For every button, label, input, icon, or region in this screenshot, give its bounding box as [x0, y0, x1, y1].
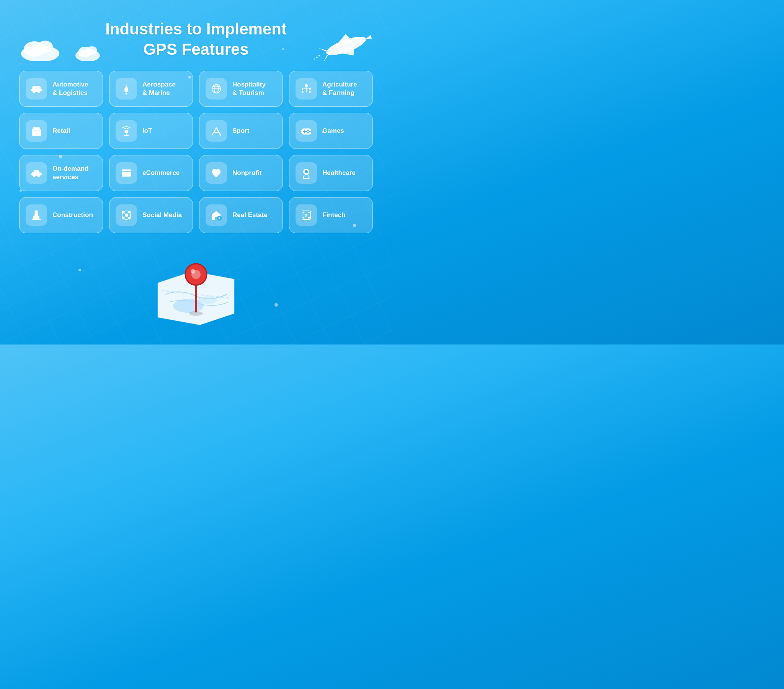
svg-line-48: [212, 128, 216, 135]
healthcare-icon: [295, 162, 317, 184]
svg-point-60: [33, 175, 35, 177]
socialmedia-icon: [115, 204, 137, 226]
svg-point-55: [309, 131, 311, 132]
title-line1: Industries to Implement: [105, 20, 287, 38]
svg-point-82: [128, 217, 130, 219]
svg-point-71: [305, 170, 308, 173]
svg-point-38: [309, 88, 311, 90]
iot-label: IoT: [142, 127, 152, 135]
svg-point-80: [128, 211, 130, 213]
svg-point-107: [191, 269, 195, 274]
construction-label: Construction: [53, 211, 93, 219]
card-construction[interactable]: Construction: [19, 197, 103, 233]
svg-rect-21: [33, 86, 40, 88]
agriculture-label: Agriculture & Farming: [322, 81, 357, 97]
healthcare-label: Healthcare: [322, 169, 356, 177]
card-iot[interactable]: IoT: [109, 113, 193, 149]
card-fintech[interactable]: $Fintech: [289, 197, 373, 233]
svg-point-40: [309, 91, 311, 93]
card-hospitality[interactable]: Hospitality & Tourism: [199, 71, 283, 107]
svg-point-66: [124, 170, 125, 171]
svg-point-73: [35, 210, 38, 214]
card-automotive[interactable]: Automotive & Logistics: [19, 71, 103, 107]
svg-line-85: [124, 213, 125, 214]
nonprofit-icon: [206, 162, 227, 184]
svg-point-83: [122, 217, 124, 219]
svg-rect-95: [303, 217, 304, 219]
card-aerospace[interactable]: Aerospace & Marine: [109, 71, 193, 107]
bottom-section: [0, 245, 392, 333]
svg-rect-42: [35, 132, 38, 136]
svg-point-54: [307, 129, 309, 131]
card-sport[interactable]: Sport: [199, 113, 283, 149]
svg-text:$: $: [218, 217, 220, 220]
games-icon: [295, 120, 317, 142]
realestate-label: Real Estate: [232, 211, 268, 219]
games-label: Games: [322, 127, 344, 135]
svg-line-84: [127, 213, 128, 214]
svg-rect-93: [303, 212, 304, 213]
aerospace-icon: [115, 78, 137, 99]
svg-point-61: [37, 175, 40, 177]
svg-point-57: [305, 131, 307, 132]
realestate-icon: $: [206, 204, 227, 226]
fintech-label: Fintech: [322, 211, 345, 219]
hospitality-icon: [206, 78, 227, 99]
ondemand-icon: [26, 162, 47, 184]
svg-rect-22: [31, 89, 32, 91]
construction-icon: [26, 204, 47, 226]
svg-line-87: [124, 216, 125, 217]
socialmedia-label: Social Media: [142, 211, 182, 219]
ecommerce-label: eCommerce: [142, 169, 180, 177]
card-ondemand[interactable]: On-demand services: [19, 155, 103, 191]
ondemand-label: On-demand services: [53, 165, 89, 181]
automotive-label: Automotive & Logistics: [53, 81, 89, 97]
card-nonprofit[interactable]: Nonprofit: [199, 155, 283, 191]
retail-icon: [26, 120, 47, 142]
sport-icon: [206, 120, 227, 142]
svg-point-19: [33, 91, 35, 93]
svg-point-45: [124, 130, 128, 134]
svg-point-34: [305, 84, 308, 87]
nonprofit-label: Nonprofit: [232, 169, 262, 177]
svg-line-49: [216, 128, 221, 135]
svg-rect-62: [31, 174, 32, 175]
automotive-icon: [26, 78, 47, 99]
card-realestate[interactable]: $Real Estate: [199, 197, 283, 233]
svg-rect-23: [41, 89, 42, 91]
retail-label: Retail: [53, 127, 70, 135]
svg-point-79: [125, 214, 128, 217]
svg-line-86: [127, 216, 128, 217]
hospitality-label: Hospitality & Tourism: [232, 81, 266, 97]
aerospace-label: Aerospace & Marine: [142, 81, 176, 97]
map-pin-illustration: [154, 249, 238, 325]
svg-point-81: [122, 211, 124, 213]
svg-point-56: [307, 132, 309, 134]
svg-point-67: [125, 170, 127, 171]
svg-point-28: [125, 92, 127, 94]
card-ecommerce[interactable]: eCommerce: [109, 155, 193, 191]
svg-rect-44: [38, 132, 40, 134]
page-title: Industries to Implement GPS Features: [8, 19, 384, 59]
fintech-icon: $: [295, 204, 317, 226]
svg-point-39: [301, 91, 303, 93]
ecommerce-icon: [115, 162, 137, 184]
iot-icon: [115, 120, 137, 142]
card-healthcare[interactable]: Healthcare: [289, 155, 373, 191]
svg-rect-63: [41, 174, 42, 175]
card-socialmedia[interactable]: Social Media: [109, 197, 193, 233]
svg-rect-94: [308, 212, 310, 213]
svg-rect-43: [33, 132, 35, 134]
svg-rect-96: [308, 217, 310, 219]
title-section: Industries to Implement GPS Features: [0, 0, 392, 71]
card-agriculture[interactable]: Agriculture & Farming: [289, 71, 373, 107]
svg-point-37: [301, 88, 303, 90]
sport-label: Sport: [232, 127, 249, 135]
svg-rect-76: [33, 216, 35, 219]
agriculture-icon: [295, 78, 317, 99]
card-retail[interactable]: Retail: [19, 113, 103, 149]
title-line2: GPS Features: [143, 40, 249, 58]
card-games[interactable]: Games: [289, 113, 373, 149]
svg-rect-75: [32, 219, 41, 220]
svg-rect-69: [124, 173, 129, 176]
